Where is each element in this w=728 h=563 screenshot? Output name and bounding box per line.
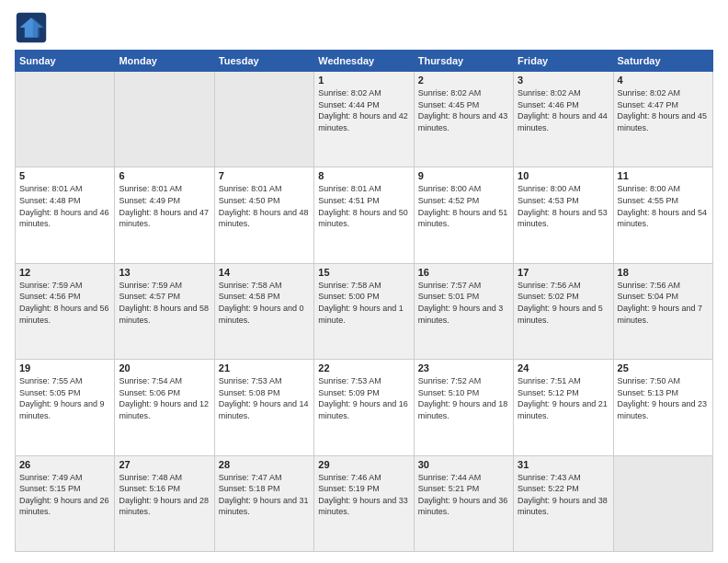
day-number: 9 xyxy=(418,170,509,181)
calendar-cell xyxy=(613,455,712,551)
day-number: 1 xyxy=(318,75,409,86)
day-number: 11 xyxy=(618,170,709,181)
calendar-cell: 28Sunrise: 7:47 AM Sunset: 5:18 PM Dayli… xyxy=(214,455,313,551)
day-number: 23 xyxy=(418,362,509,373)
calendar-cell: 8Sunrise: 8:01 AM Sunset: 4:51 PM Daylig… xyxy=(314,167,414,263)
day-info: Sunrise: 8:00 AM Sunset: 4:52 PM Dayligh… xyxy=(418,183,509,229)
day-info: Sunrise: 8:02 AM Sunset: 4:46 PM Dayligh… xyxy=(518,87,609,133)
calendar-cell: 1Sunrise: 8:02 AM Sunset: 4:44 PM Daylig… xyxy=(314,72,414,167)
day-number: 17 xyxy=(518,267,609,278)
weekday-header: Monday xyxy=(115,51,214,72)
day-number: 8 xyxy=(318,170,409,181)
day-info: Sunrise: 7:56 AM Sunset: 5:04 PM Dayligh… xyxy=(618,280,709,326)
day-info: Sunrise: 7:57 AM Sunset: 5:01 PM Dayligh… xyxy=(418,280,509,326)
day-number: 20 xyxy=(119,362,210,373)
day-number: 13 xyxy=(119,267,210,278)
day-info: Sunrise: 7:55 AM Sunset: 5:05 PM Dayligh… xyxy=(19,375,110,421)
weekday-header: Thursday xyxy=(414,51,513,72)
day-info: Sunrise: 7:59 AM Sunset: 4:57 PM Dayligh… xyxy=(119,280,210,326)
day-info: Sunrise: 8:00 AM Sunset: 4:53 PM Dayligh… xyxy=(518,183,609,229)
calendar-cell: 7Sunrise: 8:01 AM Sunset: 4:50 PM Daylig… xyxy=(214,167,313,263)
calendar-cell: 23Sunrise: 7:52 AM Sunset: 5:10 PM Dayli… xyxy=(414,360,513,455)
calendar-cell: 10Sunrise: 8:00 AM Sunset: 4:53 PM Dayli… xyxy=(514,167,613,263)
day-number: 31 xyxy=(518,459,609,470)
weekday-header: Friday xyxy=(514,51,613,72)
day-number: 6 xyxy=(119,170,210,181)
day-number: 21 xyxy=(219,362,310,373)
calendar-cell: 25Sunrise: 7:50 AM Sunset: 5:13 PM Dayli… xyxy=(613,360,712,455)
day-number: 16 xyxy=(418,267,509,278)
day-info: Sunrise: 7:50 AM Sunset: 5:13 PM Dayligh… xyxy=(618,375,709,421)
calendar-cell: 4Sunrise: 8:02 AM Sunset: 4:47 PM Daylig… xyxy=(613,72,712,167)
calendar-cell: 27Sunrise: 7:48 AM Sunset: 5:16 PM Dayli… xyxy=(115,455,214,551)
day-number: 7 xyxy=(219,170,310,181)
weekday-header: Sunday xyxy=(16,51,115,72)
weekday-header: Wednesday xyxy=(314,51,414,72)
day-info: Sunrise: 7:43 AM Sunset: 5:22 PM Dayligh… xyxy=(518,472,609,518)
calendar-cell: 21Sunrise: 7:53 AM Sunset: 5:08 PM Dayli… xyxy=(214,360,313,455)
page: SundayMondayTuesdayWednesdayThursdayFrid… xyxy=(0,0,728,563)
logo xyxy=(15,11,51,44)
day-number: 26 xyxy=(19,459,110,470)
day-number: 10 xyxy=(518,170,609,181)
day-info: Sunrise: 7:58 AM Sunset: 5:00 PM Dayligh… xyxy=(318,280,409,326)
day-info: Sunrise: 8:01 AM Sunset: 4:51 PM Dayligh… xyxy=(318,183,409,229)
calendar-cell xyxy=(214,72,313,167)
day-number: 24 xyxy=(518,362,609,373)
day-info: Sunrise: 8:01 AM Sunset: 4:49 PM Dayligh… xyxy=(119,183,210,229)
calendar-cell: 18Sunrise: 7:56 AM Sunset: 5:04 PM Dayli… xyxy=(613,263,712,359)
calendar-cell: 16Sunrise: 7:57 AM Sunset: 5:01 PM Dayli… xyxy=(414,263,513,359)
day-number: 28 xyxy=(219,459,310,470)
day-number: 2 xyxy=(418,75,509,86)
calendar-cell: 11Sunrise: 8:00 AM Sunset: 4:55 PM Dayli… xyxy=(613,167,712,263)
day-info: Sunrise: 7:48 AM Sunset: 5:16 PM Dayligh… xyxy=(119,472,210,518)
weekday-header: Saturday xyxy=(613,51,712,72)
day-number: 27 xyxy=(119,459,210,470)
day-number: 18 xyxy=(618,267,709,278)
calendar-cell: 6Sunrise: 8:01 AM Sunset: 4:49 PM Daylig… xyxy=(115,167,214,263)
calendar-cell: 19Sunrise: 7:55 AM Sunset: 5:05 PM Dayli… xyxy=(16,360,115,455)
calendar-cell: 14Sunrise: 7:58 AM Sunset: 4:58 PM Dayli… xyxy=(214,263,313,359)
day-info: Sunrise: 8:01 AM Sunset: 4:48 PM Dayligh… xyxy=(19,183,110,229)
day-info: Sunrise: 7:46 AM Sunset: 5:19 PM Dayligh… xyxy=(318,472,409,518)
calendar-cell: 13Sunrise: 7:59 AM Sunset: 4:57 PM Dayli… xyxy=(115,263,214,359)
calendar-cell: 20Sunrise: 7:54 AM Sunset: 5:06 PM Dayli… xyxy=(115,360,214,455)
header xyxy=(15,11,713,44)
calendar-cell: 24Sunrise: 7:51 AM Sunset: 5:12 PM Dayli… xyxy=(514,360,613,455)
calendar-cell: 12Sunrise: 7:59 AM Sunset: 4:56 PM Dayli… xyxy=(16,263,115,359)
day-number: 19 xyxy=(19,362,110,373)
logo-icon xyxy=(15,11,48,44)
day-number: 29 xyxy=(318,459,409,470)
day-info: Sunrise: 8:02 AM Sunset: 4:45 PM Dayligh… xyxy=(418,87,509,133)
calendar-cell: 3Sunrise: 8:02 AM Sunset: 4:46 PM Daylig… xyxy=(514,72,613,167)
calendar-cell xyxy=(115,72,214,167)
day-info: Sunrise: 8:00 AM Sunset: 4:55 PM Dayligh… xyxy=(618,183,709,229)
day-number: 30 xyxy=(418,459,509,470)
calendar-table: SundayMondayTuesdayWednesdayThursdayFrid… xyxy=(15,50,713,552)
calendar-cell: 2Sunrise: 8:02 AM Sunset: 4:45 PM Daylig… xyxy=(414,72,513,167)
day-info: Sunrise: 7:54 AM Sunset: 5:06 PM Dayligh… xyxy=(119,375,210,421)
day-number: 25 xyxy=(618,362,709,373)
day-info: Sunrise: 8:02 AM Sunset: 4:47 PM Dayligh… xyxy=(618,87,709,133)
calendar-cell: 31Sunrise: 7:43 AM Sunset: 5:22 PM Dayli… xyxy=(514,455,613,551)
day-number: 4 xyxy=(618,75,709,86)
day-info: Sunrise: 8:01 AM Sunset: 4:50 PM Dayligh… xyxy=(219,183,310,229)
calendar-cell: 9Sunrise: 8:00 AM Sunset: 4:52 PM Daylig… xyxy=(414,167,513,263)
day-number: 5 xyxy=(19,170,110,181)
day-info: Sunrise: 7:53 AM Sunset: 5:08 PM Dayligh… xyxy=(219,375,310,421)
day-info: Sunrise: 7:47 AM Sunset: 5:18 PM Dayligh… xyxy=(219,472,310,518)
day-info: Sunrise: 7:49 AM Sunset: 5:15 PM Dayligh… xyxy=(19,472,110,518)
day-number: 14 xyxy=(219,267,310,278)
day-info: Sunrise: 7:56 AM Sunset: 5:02 PM Dayligh… xyxy=(518,280,609,326)
calendar-cell xyxy=(16,72,115,167)
day-info: Sunrise: 8:02 AM Sunset: 4:44 PM Dayligh… xyxy=(318,87,409,133)
day-info: Sunrise: 7:44 AM Sunset: 5:21 PM Dayligh… xyxy=(418,472,509,518)
day-info: Sunrise: 7:58 AM Sunset: 4:58 PM Dayligh… xyxy=(219,280,310,326)
weekday-header: Tuesday xyxy=(214,51,313,72)
calendar-cell: 29Sunrise: 7:46 AM Sunset: 5:19 PM Dayli… xyxy=(314,455,414,551)
day-number: 12 xyxy=(19,267,110,278)
calendar-cell: 15Sunrise: 7:58 AM Sunset: 5:00 PM Dayli… xyxy=(314,263,414,359)
calendar-cell: 17Sunrise: 7:56 AM Sunset: 5:02 PM Dayli… xyxy=(514,263,613,359)
day-info: Sunrise: 7:52 AM Sunset: 5:10 PM Dayligh… xyxy=(418,375,509,421)
day-number: 15 xyxy=(318,267,409,278)
